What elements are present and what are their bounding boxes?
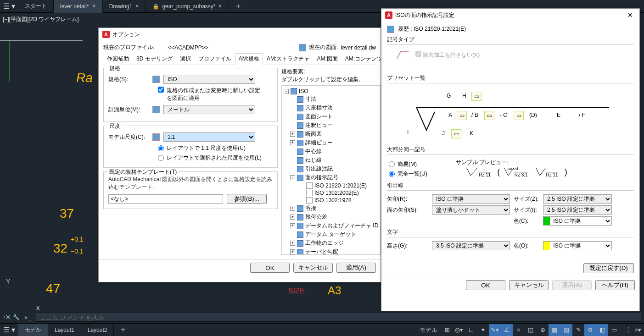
close-icon[interactable]: ✕	[92, 3, 96, 9]
power-dim-icon[interactable]: ▦	[549, 324, 560, 336]
tree-node[interactable]: 注釈ビュー	[284, 121, 378, 130]
tree-node[interactable]: +溶接	[284, 204, 378, 213]
tab-gear-pump[interactable]: 🔒gear_pump_subassy*✕	[146, 0, 229, 13]
tree-node[interactable]: 寸法	[284, 95, 378, 104]
model-scale-select[interactable]: 1:1	[163, 132, 255, 142]
ok-button[interactable]: OK	[466, 280, 505, 290]
tree-node[interactable]: +データムおよびフィーチャ ID	[284, 221, 378, 230]
app-menu-icon[interactable]: ☰ ▾	[0, 2, 18, 11]
tree-node[interactable]: ISO 1302:1978	[284, 197, 378, 204]
otrack-icon[interactable]: ∠	[501, 324, 513, 336]
tree-node[interactable]: +幾何公差	[284, 213, 378, 221]
layout-menu-icon[interactable]: ☰ ▾	[0, 325, 18, 334]
osnap-icon[interactable]: ✎▾	[489, 324, 501, 336]
cancel-button[interactable]: キャンセル	[293, 263, 333, 273]
tree-expander-icon[interactable]: +	[290, 215, 295, 220]
tree-expander-icon[interactable]: +	[290, 241, 295, 246]
cancel-button[interactable]: キャンセル	[509, 280, 549, 290]
layout-tab-1[interactable]: Layout1	[48, 324, 81, 336]
standard-select[interactable]: ISO	[163, 75, 255, 84]
tab-lever-detail[interactable]: lever detail*✕	[54, 0, 103, 13]
face-arrow-select[interactable]: 塗り潰し小ドット	[432, 205, 510, 215]
tree-expander-icon[interactable]: -	[290, 175, 295, 180]
apply-button[interactable]: 適用(A)	[336, 263, 376, 273]
ok-button[interactable]: OK	[250, 263, 290, 273]
cmd-customize-icon[interactable]: 🔧	[13, 314, 20, 320]
tree-expander-icon[interactable]: -	[284, 89, 289, 94]
tree-node[interactable]: -面の指示記号	[284, 173, 378, 182]
tree-node[interactable]: 引出線注記	[284, 165, 378, 173]
tree-node[interactable]: 穴座標寸法	[284, 104, 378, 112]
tree-node[interactable]: ねじ線	[284, 156, 378, 165]
preset-b-button[interactable]: ▭	[484, 111, 494, 120]
size2-select[interactable]: 2.5 ISO 設定に準拠	[543, 205, 612, 215]
preset-h-button[interactable]: ▭	[471, 92, 482, 101]
clean-icon[interactable]: ⛶	[620, 324, 632, 336]
option-tab[interactable]: 選択	[176, 53, 195, 65]
layout-tab-model[interactable]: モデル	[18, 324, 48, 336]
workspace-icon[interactable]: ⚙	[584, 324, 596, 336]
grid-icon[interactable]: ⊞	[441, 324, 453, 336]
status-model-button[interactable]: モデル	[416, 324, 441, 336]
tree-node[interactable]: +断面図	[284, 130, 378, 138]
height-select[interactable]: 3.5 ISO 設定に準拠	[432, 241, 510, 250]
lineweight-icon[interactable]: ≡	[513, 324, 525, 336]
help-button[interactable]: ヘルプ(H)	[595, 280, 635, 290]
tree-expander-icon[interactable]: +	[290, 206, 295, 211]
tab-start[interactable]: スタート	[18, 0, 54, 13]
tree-expander-icon[interactable]: +	[290, 249, 295, 254]
tree-node[interactable]: +工作物のエッジ	[284, 239, 378, 248]
custom-icon[interactable]: ≡▾	[632, 324, 644, 336]
browse-button[interactable]: 参照(B)...	[227, 194, 267, 204]
option-tab[interactable]: 作図補助	[103, 53, 133, 65]
tree-expander-icon[interactable]: +	[290, 140, 295, 145]
snap-icon[interactable]: ◎▾	[453, 324, 465, 336]
dialog-titlebar[interactable]: A オプション	[99, 28, 381, 41]
tree-node[interactable]: ISO 1302:2002(E)	[284, 189, 378, 197]
option-tab[interactable]: AM:コンテンツ	[342, 53, 386, 65]
size-select[interactable]: 2.5 ISO 設定に準拠	[543, 194, 612, 204]
tree-node[interactable]: 図面シート	[284, 112, 378, 121]
transparency-icon[interactable]: ◫	[525, 324, 537, 336]
full-radio[interactable]	[389, 171, 395, 177]
option-tab[interactable]: AM:ストラクチャ	[263, 53, 313, 65]
layer-icon[interactable]: ▤	[560, 324, 572, 336]
ortho-icon[interactable]: ∟	[465, 324, 477, 336]
apply-new-checkbox[interactable]	[158, 87, 164, 93]
option-tab[interactable]: AM:規格	[235, 53, 263, 65]
tree-expander-icon[interactable]: +	[290, 223, 295, 228]
unit-select[interactable]: メートル	[163, 105, 255, 114]
color-select[interactable]: ISO に準拠	[543, 216, 612, 226]
preset-a-button[interactable]: ▭	[457, 111, 467, 120]
close-icon[interactable]: ✕	[625, 11, 636, 19]
layout-tab-2[interactable]: Layout2	[81, 324, 114, 336]
cycling-icon[interactable]: ⊕	[537, 324, 549, 336]
standard-tree[interactable]: -ISO寸法穴座標寸法図面シート注釈ビュー+断面図+詳細ビュー中心線ねじ線引出線…	[281, 85, 381, 255]
dialog-titlebar[interactable]: A ISOの面の指示記号設定 ✕	[381, 9, 639, 22]
tree-node[interactable]: -ISO	[284, 88, 378, 95]
close-icon[interactable]: ✕	[218, 3, 222, 9]
command-input[interactable]	[36, 313, 641, 322]
option-tab[interactable]: プロファイル	[195, 53, 235, 65]
layout-sel-radio[interactable]	[158, 155, 164, 161]
close-icon[interactable]: ✕	[135, 3, 139, 9]
tab-drawing1[interactable]: Drawing1✕	[103, 0, 146, 13]
arrow-select[interactable]: ISO に準拠	[432, 194, 510, 204]
preset-j-button[interactable]: ▭	[451, 129, 461, 138]
cmd-close-icon[interactable]: ⦙ ✕	[4, 314, 10, 320]
template-input[interactable]	[108, 194, 223, 204]
simple-radio[interactable]	[389, 161, 395, 167]
option-tab[interactable]: 3D モデリング	[133, 53, 176, 65]
add-tab-button[interactable]: ＋	[229, 1, 247, 11]
tree-node[interactable]: データム ターゲット	[284, 230, 378, 239]
tree-expander-icon[interactable]: +	[290, 132, 295, 137]
add-layout-button[interactable]: ＋	[114, 325, 132, 335]
layout-11-radio[interactable]	[158, 145, 164, 151]
tree-node[interactable]: 中心線	[284, 147, 378, 156]
polar-icon[interactable]: ✦	[477, 324, 489, 336]
annotation-icon[interactable]: ✎	[572, 324, 584, 336]
tree-node[interactable]: ISO 21920-1:2021(E)	[284, 182, 378, 189]
tree-node[interactable]: +詳細ビュー	[284, 138, 378, 147]
hardware-icon[interactable]: ◧	[596, 324, 608, 336]
option-tab[interactable]: AM:図面	[313, 53, 341, 65]
